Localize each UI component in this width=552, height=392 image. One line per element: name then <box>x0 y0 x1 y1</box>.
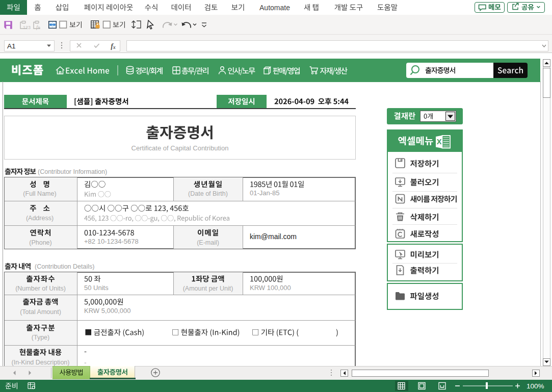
svg-text:fx: fx <box>36 24 40 30</box>
svg-text:fx: fx <box>111 42 116 50</box>
svg-text:123: 123 <box>23 25 31 30</box>
svg-text:X: X <box>437 138 442 146</box>
